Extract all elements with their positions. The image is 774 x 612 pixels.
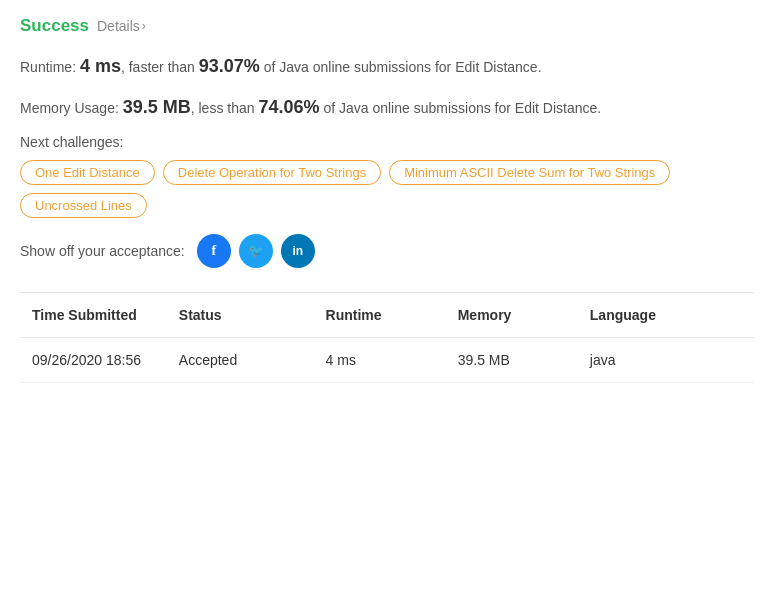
runtime-percent: 93.07% — [199, 56, 260, 76]
next-challenges-label: Next challenges: — [20, 134, 754, 150]
table-body: 09/26/2020 18:56Accepted4 ms39.5 MBjava — [20, 337, 754, 382]
runtime-info: Runtime: 4 ms, faster than 93.07% of Jav… — [20, 52, 754, 81]
memory-info: Memory Usage: 39.5 MB, less than 74.06% … — [20, 93, 754, 122]
details-link[interactable]: Details › — [97, 18, 146, 34]
runtime-suffix: of Java online submissions for Edit Dist… — [260, 59, 542, 75]
twitter-icon: 🐦 — [248, 243, 264, 258]
challenge-tag[interactable]: Uncrossed Lines — [20, 193, 147, 218]
challenge-tag[interactable]: One Edit Distance — [20, 160, 155, 185]
details-text: Details — [97, 18, 140, 34]
facebook-icon: f — [211, 243, 216, 259]
linkedin-icon: in — [292, 244, 303, 258]
table-header-row: Time Submitted Status Runtime Memory Lan… — [20, 293, 754, 338]
challenge-tag[interactable]: Minimum ASCII Delete Sum for Two Strings — [389, 160, 670, 185]
runtime-middle: , faster than — [121, 59, 199, 75]
runtime-prefix: Runtime: — [20, 59, 80, 75]
result-header: Success Details › — [20, 16, 754, 36]
col-header-runtime: Runtime — [314, 293, 446, 338]
col-header-status: Status — [167, 293, 314, 338]
social-icons: f 🐦 in — [197, 234, 315, 268]
challenge-tag[interactable]: Delete Operation for Two Strings — [163, 160, 381, 185]
success-label: Success — [20, 16, 89, 36]
cell-status: Accepted — [167, 337, 314, 382]
cell-runtime: 4 ms — [314, 337, 446, 382]
share-row: Show off your acceptance: f 🐦 in — [20, 234, 754, 268]
col-header-memory: Memory — [446, 293, 578, 338]
twitter-button[interactable]: 🐦 — [239, 234, 273, 268]
cell-language: java — [578, 337, 754, 382]
runtime-value: 4 ms — [80, 56, 121, 76]
linkedin-button[interactable]: in — [281, 234, 315, 268]
submissions-table: Time Submitted Status Runtime Memory Lan… — [20, 293, 754, 383]
col-header-language: Language — [578, 293, 754, 338]
memory-middle: , less than — [191, 100, 259, 116]
col-header-time: Time Submitted — [20, 293, 167, 338]
share-label: Show off your acceptance: — [20, 243, 185, 259]
memory-value: 39.5 MB — [123, 97, 191, 117]
chevron-icon: › — [142, 19, 146, 33]
facebook-button[interactable]: f — [197, 234, 231, 268]
memory-suffix: of Java online submissions for Edit Dist… — [320, 100, 602, 116]
memory-prefix: Memory Usage: — [20, 100, 123, 116]
cell-memory: 39.5 MB — [446, 337, 578, 382]
challenge-tags-container: One Edit DistanceDelete Operation for Tw… — [20, 160, 754, 218]
table-row: 09/26/2020 18:56Accepted4 ms39.5 MBjava — [20, 337, 754, 382]
cell-time: 09/26/2020 18:56 — [20, 337, 167, 382]
memory-percent: 74.06% — [258, 97, 319, 117]
